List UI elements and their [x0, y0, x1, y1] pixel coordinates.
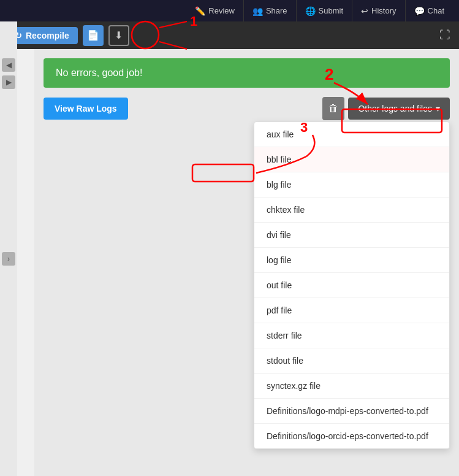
- document-icon: 📄: [87, 29, 99, 41]
- top-nav: ✏️ Review 👥 Share 🌐 Submit ↩ History 💬 C…: [0, 0, 459, 21]
- expand-button[interactable]: ⛶: [437, 26, 453, 44]
- document-view-button[interactable]: 📄: [83, 25, 104, 46]
- nav-history-label: History: [371, 6, 396, 15]
- right-buttons: 🗑 Other logs and files ▾: [322, 97, 450, 120]
- buttons-row: View Raw Logs 🗑 Other logs and files ▾ a…: [44, 97, 450, 120]
- nav-share-label: Share: [266, 6, 287, 15]
- dropdown-item-out[interactable]: out file: [254, 273, 449, 298]
- left-nav: ◀ ▶ ›: [0, 21, 17, 476]
- nav-back-button[interactable]: ◀: [2, 58, 15, 72]
- success-banner: No errors, good job!: [44, 58, 450, 88]
- dropdown-item-def-orcid[interactable]: Definitions/logo-orcid-eps-converted-to.…: [254, 424, 449, 448]
- dropdown-item-def-mdpi[interactable]: Definitions/logo-mdpi-eps-converted-to.p…: [254, 399, 449, 424]
- dropdown-item-blg[interactable]: blg file: [254, 172, 449, 198]
- nav-submit-label: Submit: [319, 6, 343, 15]
- chat-icon: 💬: [414, 6, 425, 16]
- dropdown-item-stdout[interactable]: stdout file: [254, 348, 449, 374]
- other-logs-button[interactable]: Other logs and files ▾: [348, 98, 450, 120]
- other-logs-label: Other logs and files: [358, 104, 432, 113]
- trash-icon: 🗑: [328, 103, 338, 114]
- dropdown-item-log[interactable]: log file: [254, 248, 449, 273]
- nav-chat-label: Chat: [428, 6, 444, 15]
- nav-submit[interactable]: 🌐 Submit: [297, 0, 352, 21]
- review-icon: ✏️: [195, 6, 205, 16]
- success-message: No errors, good job!: [56, 67, 142, 78]
- dropdown-item-bbl[interactable]: bbl file: [254, 147, 449, 172]
- nav-share[interactable]: 👥 Share: [244, 0, 297, 21]
- nav-forward-button[interactable]: ▶: [2, 75, 15, 89]
- view-raw-logs-button[interactable]: View Raw Logs: [44, 98, 128, 120]
- download-icon: ⬇: [115, 29, 123, 41]
- logs-dropdown: aux file bbl file blg file chktex file d…: [254, 121, 450, 449]
- nav-review[interactable]: ✏️ Review: [186, 0, 244, 21]
- nav-review-label: Review: [208, 6, 235, 15]
- nav-history[interactable]: ↩ History: [352, 0, 405, 21]
- expand-icon: ⛶: [439, 29, 450, 41]
- right-arrow-icon: ▶: [6, 78, 12, 86]
- main-content: No errors, good job! View Raw Logs 🗑 Oth…: [34, 49, 459, 476]
- left-arrow-icon: ◀: [6, 61, 12, 69]
- download-button[interactable]: ⬇: [108, 25, 129, 46]
- history-icon: ↩: [361, 6, 368, 16]
- dropdown-item-pdf[interactable]: pdf file: [254, 298, 449, 323]
- nav-expand-sidebar[interactable]: ›: [2, 252, 15, 266]
- submit-icon: 🌐: [305, 6, 316, 16]
- delete-logs-button[interactable]: 🗑: [322, 97, 344, 120]
- toolbar: ↻ Recompile 📄 ⬇ ⛶: [0, 21, 459, 49]
- view-raw-label: View Raw Logs: [55, 104, 117, 113]
- dropdown-item-stderr[interactable]: stderr file: [254, 323, 449, 348]
- dropdown-item-chktex[interactable]: chktex file: [254, 198, 449, 223]
- right-chevron-icon: ›: [7, 255, 10, 263]
- dropdown-item-aux[interactable]: aux file: [254, 122, 449, 147]
- dropdown-item-dvi[interactable]: dvi file: [254, 223, 449, 248]
- chevron-down-icon: ▾: [436, 104, 440, 113]
- dropdown-item-synctex[interactable]: synctex.gz file: [254, 374, 449, 399]
- share-icon: 👥: [252, 6, 263, 16]
- nav-chat[interactable]: 💬 Chat: [406, 0, 453, 21]
- recompile-label: Recompile: [26, 31, 69, 40]
